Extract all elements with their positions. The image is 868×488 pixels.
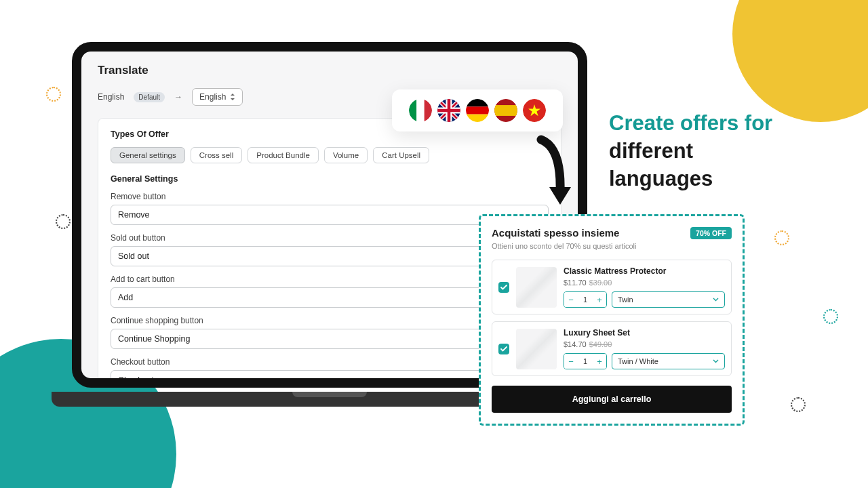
product-row: Luxury Sheet Set$14.70$49.00−1+Twin / Wh…	[492, 321, 732, 376]
tab-cross-sell[interactable]: Cross sell	[191, 147, 242, 163]
setting-label: Remove button	[111, 192, 549, 201]
tab-general-settings[interactable]: General settings	[111, 147, 185, 163]
chevron-down-icon	[713, 298, 719, 302]
flags-panel	[392, 89, 563, 131]
source-language: English	[98, 92, 124, 102]
svg-rect-1	[409, 99, 416, 122]
product-image	[516, 267, 557, 308]
offer-title: Acquistati spesso insieme	[492, 227, 619, 239]
offer-preview-panel: Acquistati spesso insieme 70% OFF Ottien…	[479, 214, 745, 426]
arrow-right-icon: →	[174, 92, 182, 102]
tab-product-bundle[interactable]: Product Bundle	[248, 147, 319, 163]
svg-rect-3	[425, 99, 432, 122]
dot-decoration	[56, 214, 71, 229]
qty-minus[interactable]: −	[564, 354, 578, 369]
default-badge: Default	[134, 92, 165, 102]
dot-decoration	[46, 87, 61, 102]
variant-select[interactable]: Twin	[612, 291, 725, 308]
general-settings-header: General Settings	[111, 174, 549, 184]
dot-decoration	[823, 309, 838, 324]
updown-icon	[230, 94, 235, 100]
product-checkbox[interactable]	[498, 344, 509, 354]
product-image	[516, 329, 557, 369]
product-price: $14.70$49.00	[564, 340, 725, 348]
marketing-headline: Create offers for different languages	[609, 110, 772, 193]
svg-rect-7	[466, 99, 489, 106]
qty-plus[interactable]: +	[593, 292, 606, 307]
quantity-stepper[interactable]: −1+	[564, 353, 607, 369]
flag-italy-icon	[409, 99, 432, 122]
qty-plus[interactable]: +	[593, 354, 606, 369]
curved-arrow-icon	[529, 134, 576, 216]
svg-rect-8	[466, 106, 489, 114]
product-name: Luxury Sheet Set	[564, 328, 725, 338]
qty-minus[interactable]: −	[564, 292, 578, 307]
product-name: Classic Mattress Protector	[564, 266, 725, 276]
page-title: Translate	[98, 64, 561, 77]
chevron-down-icon	[713, 359, 719, 363]
add-to-cart-button[interactable]: Aggiungi al carrello	[492, 386, 732, 413]
tab-volume[interactable]: Volume	[324, 147, 368, 163]
tab-cart-upsell[interactable]: Cart Upsell	[373, 147, 429, 163]
quantity-stepper[interactable]: −1+	[564, 291, 607, 308]
svg-rect-12	[494, 105, 517, 116]
dot-decoration	[791, 397, 806, 412]
variant-select[interactable]: Twin / White	[612, 353, 725, 369]
product-checkbox[interactable]	[498, 282, 509, 293]
target-language-select[interactable]: English	[192, 88, 243, 106]
flag-vietnam-icon	[523, 99, 546, 122]
product-row: Classic Mattress Protector$11.70$39.00−1…	[492, 260, 732, 314]
product-price: $11.70$39.00	[564, 279, 725, 287]
offer-subtitle: Ottieni uno sconto del 70% su questi art…	[492, 242, 732, 250]
flag-spain-icon	[494, 99, 517, 122]
dot-decoration	[774, 230, 789, 245]
yellow-blob-decoration	[732, 0, 868, 122]
svg-rect-2	[416, 99, 424, 122]
discount-badge: 70% OFF	[690, 227, 732, 239]
tabs-row: General settingsCross sellProduct Bundle…	[111, 147, 549, 163]
svg-rect-9	[466, 115, 489, 122]
flag-uk-icon	[437, 99, 460, 122]
flag-germany-icon	[466, 99, 489, 122]
